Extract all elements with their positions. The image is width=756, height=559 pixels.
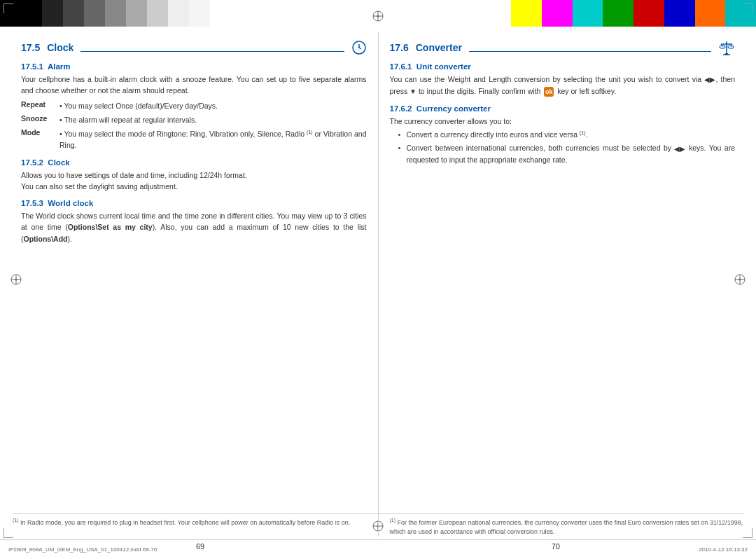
section-17-6-title: 17.6 Converter — [390, 40, 736, 55]
color-blue — [664, 0, 695, 27]
snooze-desc: • The alarm will repeat at regular inter… — [59, 114, 367, 125]
color-green — [603, 0, 634, 27]
section-number-17-6: 17.6 — [390, 42, 409, 53]
footnote-left-text: In Radio mode, you are required to plug … — [20, 519, 350, 526]
color-orange — [695, 0, 726, 27]
bullet-international: Convert between international currencies… — [398, 142, 736, 165]
bottom-file-info: IP2809_808A_UM_GEM_Eng_USA_01_100412.ind… — [8, 546, 157, 553]
nav-arrows-left-right: ◀▶ — [704, 74, 715, 85]
subsection-17-5-2-title: 17.5.2 Clock — [21, 158, 367, 167]
svg-point-3 — [377, 15, 379, 18]
nav-arrows-lr-2: ◀▶ — [674, 144, 685, 155]
subsection-17-6-1-title: 17.6.1 Unit converter — [390, 62, 736, 71]
color-magenta — [542, 0, 573, 27]
footnote-right-text: For the former European national currenc… — [390, 519, 743, 535]
section-title-converter: Converter — [416, 42, 462, 53]
bullet-euros: Convert a currency directly into euros a… — [398, 129, 736, 140]
repeat-label: Repeat — [21, 100, 59, 109]
corner-mark-bl — [4, 528, 13, 538]
main-content: 17.5 Clock 17.5.1 Alarm Your cellphone h… — [13, 32, 743, 531]
subsection-17-5-3-title: 17.5.3 World clock — [21, 199, 367, 207]
clock-icon — [351, 40, 367, 55]
footnote-left-number: (1) — [13, 518, 19, 523]
compass-top — [372, 10, 384, 22]
alarm-body: Your cellphone has a built-in alarm cloc… — [21, 74, 367, 97]
corner-mark-br — [743, 528, 752, 538]
clock-body: Allows you to have settings of date and … — [21, 170, 367, 193]
snooze-row: Snooze • The alarm will repeat at regula… — [21, 114, 367, 125]
unit-converter-body: You can use the Weight and Length conver… — [390, 74, 736, 97]
currency-bullet-list: Convert a currency directly into euros a… — [398, 129, 736, 166]
worldclock-body: The World clock shows current local time… — [21, 210, 367, 244]
footnote-area: (1) In Radio mode, you are required to p… — [13, 513, 743, 537]
page-left: 17.5 Clock 17.5.1 Alarm Your cellphone h… — [13, 32, 379, 531]
mode-row: Mode • You may select the mode of Ringto… — [21, 128, 367, 151]
scale-icon — [718, 40, 735, 55]
subsection-17-6-2-title: 17.6.2 Currency converter — [390, 104, 736, 113]
section-number-17-5: 17.5 — [21, 42, 40, 53]
mode-desc: • You may select the mode of Ringtone: R… — [59, 128, 367, 151]
repeat-desc: • You may select Once (default)/Every da… — [59, 100, 367, 111]
bottom-bar: IP2809_808A_UM_GEM_Eng_USA_01_100412.ind… — [0, 539, 756, 559]
page-right: 17.6 Converter 17.6.1 Unit converter You… — [379, 32, 744, 531]
corner-mark-tr — [743, 4, 752, 13]
repeat-row: Repeat • You may select Once (default)/E… — [21, 100, 367, 111]
top-bar-left — [0, 0, 231, 27]
color-red — [634, 0, 664, 27]
color-yellow — [511, 0, 542, 27]
top-bar-right — [511, 0, 756, 27]
mode-label: Mode — [21, 128, 59, 137]
footnote-right-number: (1) — [390, 518, 396, 523]
color-cyan — [573, 0, 603, 27]
snooze-label: Snooze — [21, 114, 59, 123]
nav-arrow-down: ▼ — [410, 86, 416, 97]
bottom-date: 2010-4-12 16:13:32 — [699, 546, 748, 553]
footnote-left: (1) In Radio mode, you are required to p… — [13, 517, 378, 537]
footnote-right: (1) For the former European national cur… — [378, 517, 744, 537]
section-title-clock: Clock — [47, 42, 74, 53]
currency-converter-intro: The currency converter allows you to: — [390, 116, 736, 127]
section-17-5-title: 17.5 Clock — [21, 40, 367, 55]
subsection-17-5-1-title: 17.5.1 Alarm — [21, 62, 367, 71]
ok-button-icon: ok — [544, 87, 554, 97]
corner-mark-tl — [4, 4, 13, 13]
svg-point-19 — [358, 47, 360, 48]
